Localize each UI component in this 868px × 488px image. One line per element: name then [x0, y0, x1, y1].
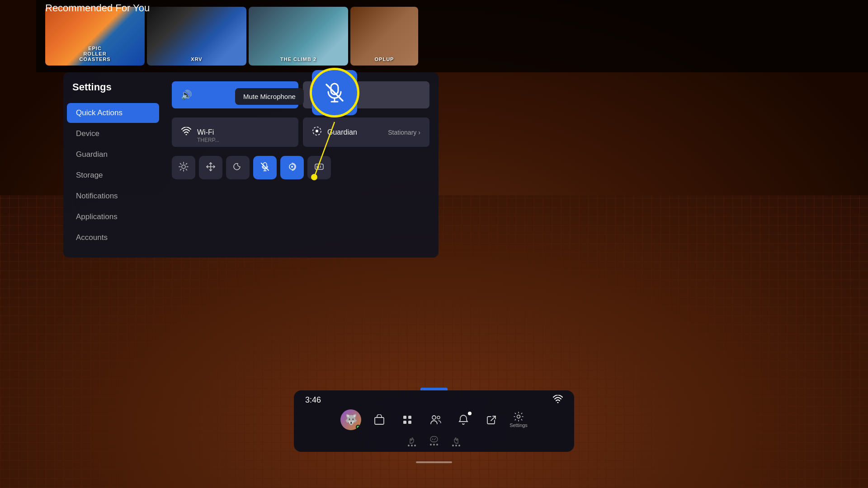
game-3-label: THE CLIMB 2	[280, 56, 316, 62]
settings-sidebar: Settings Quick Actions Device Guardian S…	[63, 72, 163, 258]
svg-point-30	[557, 402, 559, 404]
taskbar-apps-button[interactable]	[397, 410, 417, 430]
hand-left-button[interactable]	[408, 436, 416, 446]
taskbar-avatar[interactable]: 🐺	[340, 409, 361, 430]
taskbar-settings-button[interactable]: Settings	[509, 412, 528, 428]
passthrough-icon	[314, 162, 324, 174]
mic-mute-icon	[260, 162, 270, 174]
audio-icon	[287, 162, 297, 174]
svg-rect-33	[408, 416, 411, 419]
svg-rect-31	[375, 418, 384, 424]
volume-button[interactable]: 🔊	[172, 81, 298, 108]
recommended-text: Recommended For You	[45, 2, 150, 14]
brightness-icon	[179, 162, 189, 174]
settings-panel: Settings Quick Actions Device Guardian S…	[63, 72, 439, 258]
move-icon	[206, 162, 216, 174]
svg-rect-32	[403, 416, 406, 419]
game-thumb-1[interactable]: EPICROLLERCOASTERS	[45, 7, 145, 66]
taskbar-time: 3:46	[305, 395, 321, 405]
taskbar-people-button[interactable]	[425, 410, 445, 430]
game-thumb-4[interactable]: OPLUP	[350, 7, 418, 66]
guardian-icon	[312, 126, 322, 138]
brightness-button[interactable]	[172, 156, 195, 179]
sidebar-item-accounts[interactable]: Accounts	[67, 228, 159, 248]
svg-line-11	[186, 169, 187, 170]
wifi-button[interactable]: Wi-Fi THERP...	[172, 117, 298, 147]
wifi-guardian-row: Wi-Fi THERP... Guardian Stationary ›	[172, 117, 429, 147]
wifi-label: Wi-Fi	[197, 128, 214, 136]
svg-point-21	[291, 166, 293, 168]
svg-line-10	[180, 163, 181, 164]
mute-mic-button[interactable]	[253, 156, 277, 179]
svg-point-4	[316, 130, 318, 132]
guardian-button[interactable]: Guardian Stationary ›	[303, 117, 429, 147]
wifi-icon	[181, 127, 192, 137]
taskbar-store-button[interactable]	[369, 410, 389, 430]
hand-right-button[interactable]	[452, 436, 460, 446]
settings-title: Settings	[63, 81, 163, 102]
sidebar-item-device[interactable]: Device	[67, 124, 159, 144]
icon-row	[172, 156, 429, 179]
svg-point-43	[435, 438, 436, 439]
svg-point-36	[432, 416, 436, 419]
svg-point-5	[182, 165, 185, 169]
night-mode-button[interactable]	[226, 156, 250, 179]
game-thumb-3[interactable]: THE CLIMB 2	[249, 7, 348, 66]
guardian-text: Guardian	[327, 128, 357, 136]
taskbar-top-row: 3:46	[303, 395, 565, 405]
svg-line-13	[180, 169, 181, 170]
guardian-status: Stationary ›	[388, 129, 420, 136]
move-button[interactable]	[199, 156, 222, 179]
svg-rect-40	[430, 436, 438, 442]
taskbar-share-button[interactable]	[481, 410, 501, 430]
taskbar-wifi-icon	[553, 395, 563, 405]
mute-microphone-button-large[interactable]	[312, 70, 357, 115]
sidebar-item-quick-actions[interactable]: Quick Actions	[67, 103, 159, 123]
svg-point-44	[434, 439, 435, 440]
taskbar-blue-indicator	[420, 388, 448, 390]
guardian-label-group: Guardian	[312, 126, 357, 138]
taskbar: 3:46 🐺	[294, 390, 574, 452]
settings-label: Settings	[509, 422, 528, 428]
top-area: EPICROLLERCOASTERS XRV THE CLIMB 2 OPLUP	[36, 0, 868, 72]
recommended-label: Recommended For You	[45, 2, 150, 14]
sidebar-item-guardian[interactable]: Guardian	[67, 145, 159, 164]
moon-icon	[233, 162, 242, 174]
controller-button[interactable]	[429, 436, 439, 446]
game-2-label: XRV	[191, 56, 202, 62]
game-1-label: EPICROLLERCOASTERS	[79, 46, 110, 62]
online-dot	[356, 425, 360, 429]
svg-rect-34	[403, 421, 406, 424]
quick-actions-grid: 🔊 🎤	[172, 81, 429, 108]
svg-rect-35	[408, 421, 411, 424]
svg-line-12	[186, 163, 187, 164]
taskbar-notifications-button[interactable]	[453, 410, 473, 430]
svg-rect-22	[315, 164, 323, 169]
svg-point-2	[186, 134, 187, 136]
taskbar-bottom-row	[303, 435, 565, 447]
volume-icon: 🔊	[181, 89, 192, 100]
passthrough-button[interactable]	[307, 156, 331, 179]
wifi-network-name: THERP...	[197, 137, 219, 143]
annotation-container	[312, 70, 357, 115]
scroll-indicator	[416, 461, 452, 463]
sidebar-item-applications[interactable]: Applications	[67, 207, 159, 227]
notification-dot	[468, 412, 472, 415]
game-4-label: OPLUP	[375, 56, 394, 62]
sidebar-item-storage[interactable]: Storage	[67, 165, 159, 185]
chevron-right-icon: ›	[418, 129, 420, 136]
sidebar-item-notifications[interactable]: Notifications	[67, 186, 159, 206]
taskbar-icons-row: 🐺	[303, 407, 565, 432]
audio-button[interactable]	[280, 156, 304, 179]
svg-point-39	[517, 415, 520, 418]
svg-point-37	[437, 416, 440, 419]
game-thumb-2[interactable]: XRV	[147, 7, 246, 66]
main-content: 🔊 🎤 Wi-Fi THERP...	[163, 72, 439, 258]
